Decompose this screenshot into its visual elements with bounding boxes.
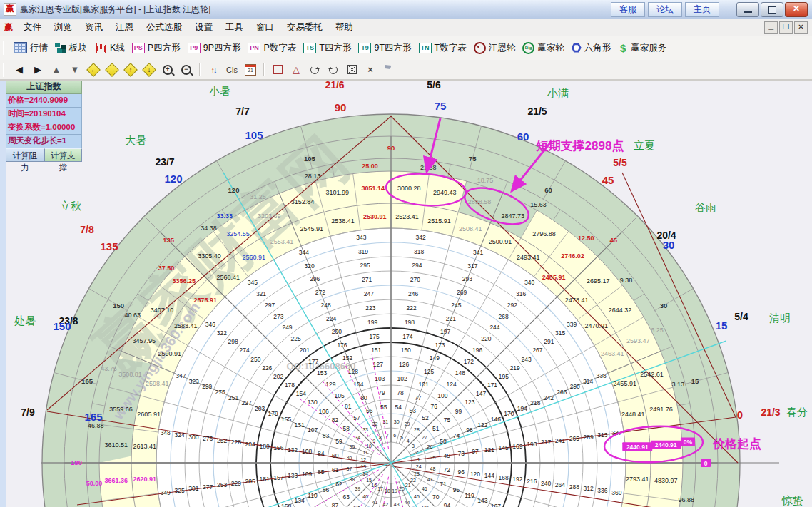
svg-text:77: 77	[415, 394, 422, 401]
step-up-tri-icon: ▲	[52, 64, 61, 75]
box-x-tool-button[interactable]	[343, 62, 360, 78]
forum-button[interactable]: 论坛	[648, 2, 682, 17]
move-down-button[interactable]: ↓	[141, 62, 158, 78]
svg-text:301: 301	[188, 485, 198, 492]
svg-text:103: 103	[375, 375, 385, 382]
toolbar-item-p-square[interactable]: PSP四方形	[132, 42, 181, 54]
pan-left-button[interactable]: ◀	[11, 62, 28, 78]
svg-text:57: 57	[353, 414, 360, 421]
t-square-icon: TS	[303, 43, 316, 53]
mdi-app-icon: 赢	[4, 21, 13, 34]
toolbar-item-sectors[interactable]: 板块	[55, 42, 87, 54]
menu-item-7[interactable]: 窗口	[250, 20, 280, 34]
svg-text:34: 34	[355, 435, 360, 440]
close-button[interactable]	[785, 2, 808, 17]
gann-wheel-chart[interactable]: 赢家财富网www.yingjia360.comQQ:10366086002440…	[0, 79, 812, 507]
zoom-in-button[interactable]: +	[159, 62, 176, 78]
wheel-outer-label: 立秋	[60, 200, 81, 212]
svg-text:180: 180	[259, 443, 269, 450]
svg-text:133: 133	[288, 472, 298, 479]
gann-wheel-chart-area[interactable]: 赢家财富网www.yingjia360.comQQ:10366086002440…	[0, 79, 812, 507]
customer-service-button[interactable]: 客服	[611, 2, 645, 17]
svg-text:3457.95: 3457.95	[133, 337, 156, 344]
rotate-ccw-button[interactable]	[306, 62, 323, 78]
calendar-button[interactable]: 21	[242, 62, 259, 78]
p-table-icon: PN	[248, 43, 260, 53]
triangle-tool-button[interactable]: △	[288, 62, 305, 78]
svg-text:253: 253	[217, 481, 227, 488]
menu-item-5[interactable]: 设置	[188, 20, 219, 34]
calc-resistance-button[interactable]: 计算阻力	[6, 148, 44, 162]
toolbar-item-kline[interactable]: K线	[94, 42, 125, 54]
svg-text:245: 245	[451, 302, 461, 309]
menu-item-4[interactable]: 公式选股	[140, 20, 188, 34]
menu-item-8[interactable]: 交易委托	[280, 20, 329, 34]
menu-item-0[interactable]: 文件	[17, 20, 48, 34]
toolbar-item-t-table[interactable]: TNT数字表	[419, 42, 467, 54]
svg-text:226: 226	[262, 364, 272, 372]
svg-text:250: 250	[250, 356, 260, 363]
svg-text:41: 41	[372, 500, 378, 505]
toolbar-item-gann-wheel[interactable]: 江恩轮	[474, 42, 516, 54]
toolbar-item-9t-square[interactable]: T99T四方形	[358, 42, 411, 54]
svg-text:179: 179	[268, 410, 278, 417]
pan-right-button[interactable]: ▶	[29, 62, 46, 78]
rotate-cw-icon	[329, 66, 338, 74]
menu-item-9[interactable]: 帮助	[329, 20, 360, 34]
svg-text:149: 149	[430, 354, 440, 362]
move-left-button[interactable]: ←	[85, 62, 102, 78]
rect-tool-button[interactable]	[269, 62, 286, 78]
svg-text:252: 252	[217, 437, 227, 444]
svg-text:76: 76	[431, 403, 438, 410]
toolbar-item-9p-square[interactable]: P99P四方形	[188, 42, 241, 54]
toolbar-label-winner-wheel: 赢家轮	[537, 42, 564, 54]
svg-text:131: 131	[294, 421, 304, 429]
toolbar-label-hexagon: 六角形	[584, 42, 611, 54]
toolbar-item-winner-service[interactable]: $赢家服务	[618, 42, 666, 54]
svg-text:46: 46	[422, 486, 427, 491]
toolbar-item-hexagon[interactable]: 六角形	[572, 42, 611, 54]
svg-text:8: 8	[379, 435, 382, 440]
svg-text:24: 24	[416, 464, 422, 469]
mdi-restore-button[interactable]: ❐	[779, 21, 793, 34]
svg-text:0%: 0%	[684, 439, 693, 446]
homepage-button[interactable]: 主页	[685, 2, 719, 17]
toolbar-item-p-table[interactable]: PNP数字表	[248, 42, 296, 54]
mdi-minimize-button[interactable]: ＿	[764, 21, 778, 34]
calc-support-button[interactable]: 计算支撑	[44, 148, 83, 162]
svg-text:3051.14: 3051.14	[361, 185, 385, 192]
move-right-button[interactable]: →	[103, 62, 121, 78]
svg-text:3356.25: 3356.25	[173, 277, 196, 285]
toolbar-item-t-square[interactable]: TST四方形	[303, 42, 351, 54]
mdi-close-button[interactable]: ✕	[794, 21, 808, 34]
svg-text:58: 58	[343, 425, 350, 432]
menu-item-1[interactable]: 浏览	[48, 20, 78, 34]
svg-text:63: 63	[343, 493, 350, 501]
shrink-tool-button[interactable]: ×	[362, 62, 379, 78]
toolbar-item-quotes[interactable]: 行情	[14, 42, 48, 54]
toolbar-item-winner-wheel[interactable]: Big赢家轮	[522, 42, 564, 54]
wheel-outer-label: 165	[84, 411, 102, 423]
svg-text:13: 13	[360, 464, 366, 469]
cls-button[interactable]: Cls	[223, 62, 240, 78]
maximize-button[interactable]	[761, 2, 783, 17]
svg-text:198: 198	[405, 319, 415, 326]
wheel-outer-label: 小满	[547, 87, 569, 99]
rotate-cw-button[interactable]	[325, 62, 342, 78]
svg-text:3407.10: 3407.10	[151, 307, 174, 314]
zoom-out-button[interactable]: −	[178, 62, 195, 78]
updown-scale-button[interactable]: ↑↓	[205, 62, 222, 78]
move-up-button[interactable]: ↑	[122, 62, 139, 78]
wheel-outer-label: 惊蛰	[781, 494, 803, 506]
clear-flag-tool-button[interactable]	[380, 62, 397, 78]
step-down-tri-button[interactable]: ▼	[66, 62, 83, 78]
svg-text:72: 72	[444, 466, 451, 473]
menu-item-3[interactable]: 江恩	[109, 20, 140, 34]
menu-item-2[interactable]: 资讯	[78, 20, 109, 34]
menu-item-6[interactable]: 工具	[219, 20, 250, 34]
panel-row-0: 价格=2440.9099	[6, 94, 82, 108]
minimize-button[interactable]	[736, 2, 759, 17]
svg-text:12: 12	[360, 457, 366, 462]
toolbar-label-winner-service: 赢家服务	[631, 42, 666, 54]
step-up-tri-button[interactable]: ▲	[48, 62, 65, 78]
